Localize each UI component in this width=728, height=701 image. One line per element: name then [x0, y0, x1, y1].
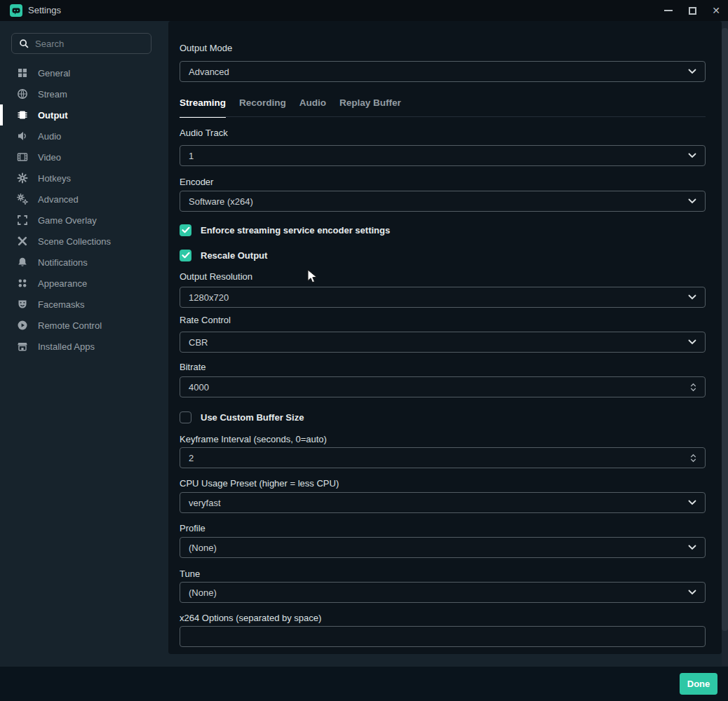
checkbox-unchecked-icon[interactable] — [180, 411, 191, 423]
gears-icon — [17, 193, 28, 205]
grid-icon — [17, 67, 28, 79]
sidebar-item-label: Stream — [38, 89, 67, 100]
sidebar-item-general[interactable]: General — [0, 62, 168, 83]
speaker-icon — [17, 130, 28, 142]
custom-buffer-checkbox-row[interactable]: Use Custom Buffer Size — [180, 411, 304, 423]
x264-options-input[interactable] — [189, 632, 696, 642]
streamlabs-logo-icon — [10, 4, 22, 17]
tab-replay-buffer[interactable]: Replay Buffer — [339, 97, 401, 118]
sidebar-item-scene-collections[interactable]: Scene Collections — [0, 231, 168, 252]
sidebar-item-label: Installed Apps — [38, 341, 95, 352]
maximize-button[interactable] — [680, 0, 704, 21]
checkbox-checked-icon[interactable] — [180, 224, 191, 236]
sidebar-item-appearance[interactable]: Appearance — [0, 273, 168, 294]
globe-icon — [17, 88, 28, 100]
film-icon — [17, 151, 28, 163]
sidebar-item-advanced[interactable]: Advanced — [0, 189, 168, 210]
scrollbar-track[interactable] — [722, 21, 728, 666]
sidebar-item-notifications[interactable]: Notifications — [0, 252, 168, 273]
tab-audio[interactable]: Audio — [299, 97, 326, 118]
scrollbar-thumb[interactable] — [722, 28, 728, 631]
sidebar-item-label: Video — [38, 152, 61, 163]
output-resolution-select[interactable]: 1280x720 — [180, 287, 706, 308]
output-mode-select[interactable]: Advanced — [180, 61, 706, 82]
chevron-down-icon — [688, 153, 696, 158]
sidebar-item-label: Game Overlay — [38, 215, 97, 226]
tools-icon — [17, 236, 28, 247]
sidebar-item-label: Advanced — [38, 194, 79, 205]
sidebar-item-stream[interactable]: Stream — [0, 83, 168, 104]
output-tabs: Streaming Recording Audio Replay Buffer — [180, 97, 401, 118]
chevron-down-icon — [690, 458, 696, 463]
keyframe-interval-label: Keyframe Interval (seconds, 0=auto) — [180, 434, 327, 444]
sidebar-item-game-overlay[interactable]: Game Overlay — [0, 210, 168, 231]
sidebar-item-label: Notifications — [38, 257, 88, 268]
minimize-icon — [664, 10, 673, 11]
bitrate-label: Bitrate — [180, 362, 206, 372]
mask-icon — [17, 299, 28, 310]
close-icon: ✕ — [712, 6, 720, 15]
number-stepper[interactable] — [690, 383, 696, 392]
expand-icon — [17, 215, 28, 226]
sidebar-item-video[interactable]: Video — [0, 147, 168, 168]
settings-window: Settings ✕ General Stream Output Audio — [0, 0, 728, 701]
sidebar-item-label: Appearance — [38, 278, 87, 289]
tabs-divider — [180, 116, 706, 117]
done-button[interactable]: Done — [680, 673, 717, 695]
chevron-down-icon — [688, 339, 696, 345]
output-settings-panel: Output Mode Advanced Streaming Recording… — [168, 21, 722, 654]
sidebar-item-label: Facemasks — [38, 299, 84, 310]
chip-icon — [17, 109, 28, 121]
chevron-up-icon — [690, 383, 696, 387]
search-box[interactable] — [11, 33, 151, 54]
sidebar-item-label: Audio — [38, 131, 61, 142]
number-stepper[interactable] — [690, 454, 696, 463]
chevron-down-icon — [688, 545, 696, 550]
chevron-down-icon — [688, 198, 696, 204]
window-title: Settings — [28, 0, 61, 21]
store-icon — [17, 341, 28, 352]
tune-select[interactable]: (None) — [180, 582, 706, 603]
keyframe-interval-input[interactable]: 2 — [180, 447, 706, 468]
play-circle-icon — [17, 320, 28, 331]
sidebar-item-label: General — [38, 68, 70, 79]
search-input[interactable] — [35, 39, 140, 49]
audio-track-select[interactable]: 1 — [180, 145, 706, 166]
minimize-button[interactable] — [656, 0, 680, 21]
profile-select[interactable]: (None) — [180, 537, 706, 558]
sidebar-item-installed-apps[interactable]: Installed Apps — [0, 336, 168, 357]
bitrate-input[interactable]: 4000 — [180, 376, 706, 397]
chevron-down-icon — [690, 388, 696, 392]
cpu-preset-select[interactable]: veryfast — [180, 492, 706, 513]
tab-streaming[interactable]: Streaming — [180, 97, 226, 118]
rate-control-select[interactable]: CBR — [180, 332, 706, 353]
sidebar-item-audio[interactable]: Audio — [0, 125, 168, 147]
rescale-output-checkbox-row[interactable]: Rescale Output — [180, 249, 267, 261]
sidebar-item-label: Output — [38, 110, 68, 121]
close-button[interactable]: ✕ — [704, 0, 728, 21]
bell-icon — [17, 257, 28, 268]
x264-options-input-wrap — [180, 626, 706, 647]
sidebar-item-output[interactable]: Output — [0, 104, 168, 125]
sidebar-item-facemasks[interactable]: Facemasks — [0, 294, 168, 315]
encoder-label: Encoder — [180, 177, 213, 187]
encoder-select[interactable]: Software (x264) — [180, 191, 706, 212]
output-mode-label: Output Mode — [180, 43, 232, 53]
footer-bar: Done — [0, 667, 728, 701]
maximize-icon — [689, 7, 696, 15]
checkbox-checked-icon[interactable] — [180, 250, 191, 261]
active-indicator — [0, 104, 3, 125]
tune-label: Tune — [180, 569, 200, 579]
sidebar-item-label: Scene Collections — [38, 236, 111, 247]
tab-recording[interactable]: Recording — [239, 97, 286, 118]
chevron-down-icon — [688, 590, 696, 595]
enforce-encoder-checkbox-row[interactable]: Enforce streaming service encoder settin… — [180, 224, 390, 236]
gear-icon — [17, 172, 28, 184]
cpu-preset-label: CPU Usage Preset (higher = less CPU) — [180, 478, 339, 489]
profile-label: Profile — [180, 523, 205, 533]
chevron-down-icon — [688, 69, 696, 74]
sidebar-item-remote-control[interactable]: Remote Control — [0, 315, 168, 336]
chevron-down-icon — [688, 294, 696, 300]
sidebar-item-hotkeys[interactable]: Hotkeys — [0, 168, 168, 189]
chevron-down-icon — [688, 500, 696, 505]
